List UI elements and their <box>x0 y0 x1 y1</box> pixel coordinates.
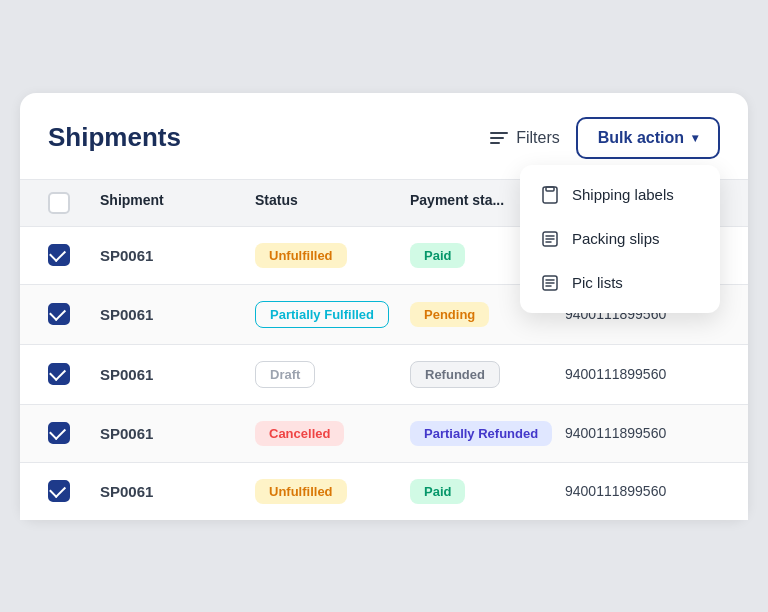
payment-badge-4: Paid <box>410 479 465 504</box>
shipping-labels-label: Shipping labels <box>572 186 674 203</box>
row-status-1: Partially Fulfilled <box>255 301 410 328</box>
column-shipment: Shipment <box>100 192 255 214</box>
page-title: Shipments <box>48 122 181 153</box>
row-shipment-3: SP0061 <box>100 425 255 442</box>
payment-badge-3: Partially Refunded <box>410 421 552 446</box>
row-shipment-0: SP0061 <box>100 247 255 264</box>
row-tracking-3: 9400111899560 <box>565 425 720 441</box>
row-checkbox-cell-0 <box>48 244 100 266</box>
payment-badge-1: Pending <box>410 302 489 327</box>
table-row: SP0061 Unfulfilled Paid 9400111899560 <box>20 462 748 520</box>
packing-slips-label: Packing slips <box>572 230 660 247</box>
filters-button[interactable]: Filters <box>490 129 560 147</box>
row-checkbox-cell-3 <box>48 422 100 444</box>
status-badge-1: Partially Fulfilled <box>255 301 389 328</box>
row-checkbox-cell-1 <box>48 303 100 325</box>
dropdown-menu: Shipping labels Packing slips <box>520 165 720 313</box>
pic-lists-label: Pic lists <box>572 274 623 291</box>
row-tracking-2: 9400111899560 <box>565 366 720 382</box>
filter-icon <box>490 132 508 144</box>
row-payment-2: Refunded <box>410 361 565 388</box>
row-shipment-2: SP0061 <box>100 366 255 383</box>
shipments-card: Shipments Filters Bulk action ▾ <box>20 93 748 520</box>
bulk-action-button[interactable]: Bulk action ▾ <box>576 117 720 159</box>
row-checkbox-1[interactable] <box>48 303 70 325</box>
row-checkbox-cell-2 <box>48 363 100 385</box>
header-checkbox-cell <box>48 192 100 214</box>
packing-slips-icon <box>540 229 560 249</box>
row-status-4: Unfulfilled <box>255 479 410 504</box>
svg-rect-1 <box>546 187 554 191</box>
dropdown-item-pic-lists[interactable]: Pic lists <box>520 261 720 305</box>
svg-rect-0 <box>543 187 557 203</box>
row-status-0: Unfulfilled <box>255 243 410 268</box>
row-shipment-4: SP0061 <box>100 483 255 500</box>
pic-lists-icon <box>540 273 560 293</box>
table-row: SP0061 Draft Refunded 9400111899560 <box>20 344 748 404</box>
header: Shipments Filters Bulk action ▾ <box>20 93 748 180</box>
select-all-checkbox[interactable] <box>48 192 70 214</box>
status-badge-4: Unfulfilled <box>255 479 347 504</box>
shipping-labels-icon <box>540 185 560 205</box>
table-row: SP0061 Cancelled Partially Refunded 9400… <box>20 404 748 462</box>
row-shipment-1: SP0061 <box>100 306 255 323</box>
status-badge-0: Unfulfilled <box>255 243 347 268</box>
filters-label: Filters <box>516 129 560 147</box>
payment-badge-2: Refunded <box>410 361 500 388</box>
header-actions: Filters Bulk action ▾ Shipping labels <box>490 117 720 159</box>
row-checkbox-0[interactable] <box>48 244 70 266</box>
chevron-down-icon: ▾ <box>692 131 698 145</box>
status-badge-3: Cancelled <box>255 421 344 446</box>
row-checkbox-cell-4 <box>48 480 100 502</box>
row-status-2: Draft <box>255 361 410 388</box>
payment-badge-0: Paid <box>410 243 465 268</box>
row-checkbox-3[interactable] <box>48 422 70 444</box>
row-tracking-4: 9400111899560 <box>565 483 720 499</box>
dropdown-item-packing-slips[interactable]: Packing slips <box>520 217 720 261</box>
row-payment-3: Partially Refunded <box>410 421 565 446</box>
row-checkbox-4[interactable] <box>48 480 70 502</box>
row-checkbox-2[interactable] <box>48 363 70 385</box>
row-status-3: Cancelled <box>255 421 410 446</box>
column-status: Status <box>255 192 410 214</box>
row-payment-4: Paid <box>410 479 565 504</box>
bulk-action-label: Bulk action <box>598 129 684 147</box>
dropdown-item-shipping-labels[interactable]: Shipping labels <box>520 173 720 217</box>
status-badge-2: Draft <box>255 361 315 388</box>
